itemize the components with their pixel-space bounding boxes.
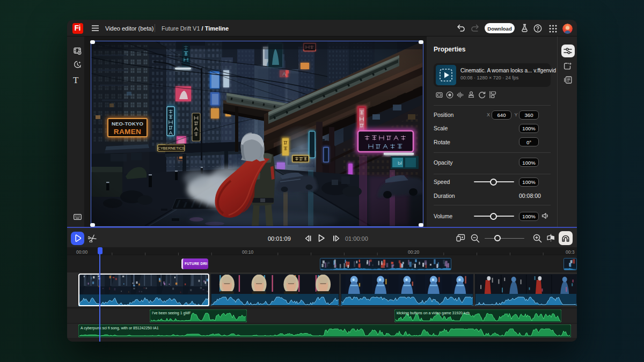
svg-text:A cyberpunk sci fi song, with: A cyberpunk sci fi song, with or 8512422… <box>80 326 159 330</box>
svg-text:I've been seeing 1 gMF: I've been seeing 1 gMF <box>152 311 191 315</box>
svg-text:klicking buttons on a video ga: klicking buttons on a video game 31920 k… <box>397 311 470 315</box>
